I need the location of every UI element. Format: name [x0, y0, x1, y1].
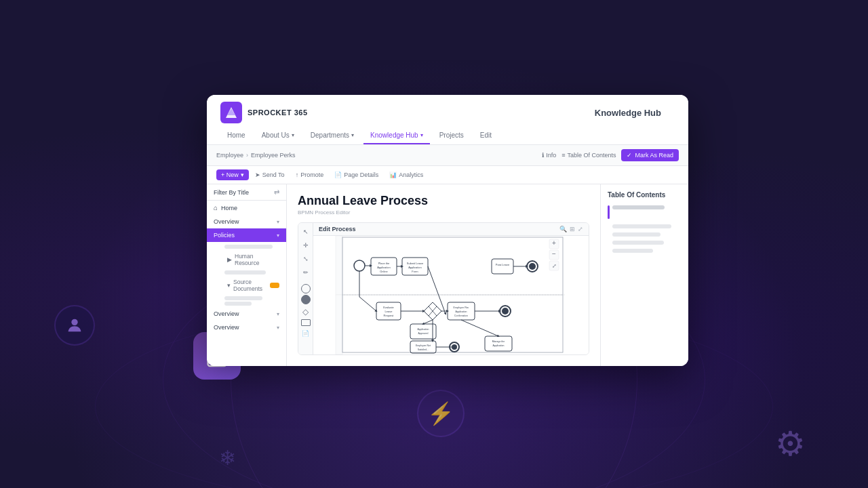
svg-text:Employee Rec: Employee Rec [454, 306, 469, 309]
breadcrumb-sep: › [246, 152, 248, 159]
sidebar-item-source-docs[interactable]: ▾ Source Documents [218, 276, 286, 295]
svg-text:−: − [552, 250, 556, 258]
nav-about[interactable]: About Us ▾ [255, 127, 301, 144]
bpmn-tool-plus-v[interactable]: ✛ [300, 239, 312, 251]
bg-lightning-icon: ⚡ [417, 390, 465, 437]
sidebar-item-hr[interactable]: ▶ Human Resource [218, 250, 286, 269]
sidebar-line-4 [224, 302, 252, 306]
toc-line-5 [612, 249, 653, 253]
toc-line-3 [612, 232, 660, 237]
svg-text:Online: Online [380, 270, 388, 273]
nav-knowledge-hub-chevron: ▾ [420, 132, 423, 138]
home-icon: ⌂ [214, 204, 218, 211]
overview1-chevron: ▾ [277, 219, 279, 225]
page-details-button[interactable]: 📄 Page Details [330, 169, 383, 180]
svg-text:Form: Form [412, 270, 418, 273]
bpmn-tool-doc[interactable]: 📄 [300, 327, 312, 340]
bpmn-search-icon[interactable]: 🔍 [559, 226, 567, 232]
svg-text:Leave: Leave [385, 310, 393, 313]
nav-knowledge-hub[interactable]: Knowledge Hub ▾ [363, 127, 430, 144]
bg-user-icon [54, 305, 95, 346]
svg-text:Application: Application [455, 310, 467, 313]
toc-entry-1 [608, 205, 682, 219]
new-button[interactable]: + New ▾ [216, 169, 249, 180]
sidebar-line-3 [224, 296, 262, 300]
svg-text:Evaluate: Evaluate [383, 306, 394, 309]
toc-entry-1-content [612, 205, 682, 214]
hr-chevron-icon: ▶ [227, 256, 232, 263]
promote-icon: ↑ [296, 171, 299, 178]
toc-accent-bar [608, 205, 610, 219]
bpmn-grid-icon[interactable]: ⊞ [570, 226, 575, 232]
policies-chevron: ▾ [277, 232, 279, 239]
bpmn-toolbar: ↖ ✛ ⤡ ✏ ◇ 📄 [298, 223, 313, 354]
sidebar: Filter By Title ⇄ ⌂ Home Overview ▾ [207, 184, 287, 366]
send-to-button[interactable]: ➤ Send To [250, 169, 290, 180]
page-subtitle: BPMN Process Editor [298, 209, 589, 216]
sidebar-item-policies[interactable]: Policies ▾ [207, 228, 286, 242]
toc-title: Table Of Contents [608, 191, 682, 199]
toc-line-4 [612, 241, 664, 245]
svg-text:Request: Request [384, 314, 395, 317]
sidebar-item-overview2[interactable]: Overview ▾ [207, 307, 286, 321]
nav-projects[interactable]: Projects [433, 127, 471, 144]
svg-rect-5 [336, 236, 566, 354]
toc-line-1 [612, 205, 665, 209]
bpmn-expand-icon[interactable]: ⤢ [578, 226, 583, 232]
filter-label: Filter By Title [214, 189, 249, 196]
toc-action[interactable]: ≡ Table Of Contents [561, 152, 616, 159]
bpmn-diagram: Place the Application Online Submit Leav… [313, 236, 589, 354]
nav-home[interactable]: Home [220, 127, 252, 144]
analytics-button[interactable]: 📊 Analytics [384, 169, 428, 180]
info-action[interactable]: ℹ Info [542, 152, 556, 159]
sidebar-sub-policies: ▶ Human Resource ▾ Source Documents [207, 245, 286, 306]
breadcrumb: Employee › Employee Perks [216, 152, 296, 159]
promote-button[interactable]: ↑ Promote [291, 169, 329, 180]
bpmn-tool-circle-filled[interactable] [301, 295, 311, 304]
svg-rect-7 [336, 236, 342, 295]
svg-text:Application: Application [492, 344, 504, 347]
bpmn-container: ↖ ✛ ⤡ ✏ ◇ 📄 Edit Process 🔍 [298, 222, 589, 355]
filter-icon[interactable]: ⇄ [274, 188, 279, 196]
bpmn-tool-rect[interactable] [301, 319, 311, 326]
bpmn-header: Edit Process 🔍 ⊞ ⤢ [313, 223, 589, 236]
bpmn-tool-diamond[interactable]: ◇ [300, 306, 312, 318]
svg-text:Para Leave: Para Leave [496, 263, 510, 266]
bpmn-canvas-wrapper: Edit Process 🔍 ⊞ ⤢ [313, 223, 589, 354]
logo-icon [220, 102, 242, 123]
logo-area: SPROCKET 365 [220, 102, 308, 123]
svg-text:Application: Application [377, 266, 391, 269]
svg-text:+: + [552, 239, 556, 247]
nav-about-chevron: ▾ [292, 132, 294, 138]
svg-text:Submit Leave: Submit Leave [407, 262, 424, 265]
sidebar-item-home[interactable]: ⌂ Home [207, 201, 286, 215]
sidebar-item-overview1[interactable]: Overview ▾ [207, 215, 286, 228]
nav-departments-chevron: ▾ [351, 132, 354, 138]
nav-departments[interactable]: Departments ▾ [304, 127, 361, 144]
svg-text:Place the: Place the [378, 262, 390, 265]
sidebar-line-2 [224, 270, 266, 274]
main-content: Annual Leave Process BPMN Process Editor… [287, 184, 600, 366]
sidebar-item-overview3[interactable]: Overview ▾ [207, 321, 286, 334]
mark-as-read-button[interactable]: ✓ Mark As Read [621, 149, 679, 161]
bpmn-tool-circle-outline[interactable] [301, 284, 311, 293]
svg-text:Approved: Approved [418, 332, 429, 335]
bpmn-tool-arrows[interactable]: ⤡ [300, 253, 312, 265]
breadcrumb-employee-perks[interactable]: Employee Perks [251, 152, 296, 159]
info-icon: ℹ [542, 152, 544, 159]
app-title: Knowledge Hub [595, 108, 675, 118]
bpmn-header-title: Edit Process [319, 226, 356, 232]
bg-snowflake-icon: ❄ [210, 441, 244, 474]
breadcrumb-employee[interactable]: Employee [216, 152, 243, 159]
bpmn-canvas[interactable]: Place the Application Online Submit Leav… [313, 236, 589, 354]
sidebar-home-left: ⌂ Home [214, 204, 237, 211]
details-icon: 📄 [334, 171, 342, 178]
svg-text:Application: Application [417, 328, 429, 331]
nav-bar: Home About Us ▾ Departments ▾ Knowledge … [220, 127, 675, 144]
bpmn-tool-pen[interactable]: ✏ [300, 266, 312, 279]
app-window: SPROCKET 365 Knowledge Hub Home About Us… [207, 95, 688, 366]
svg-text:Manage the: Manage the [492, 340, 505, 343]
bpmn-tool-cursor[interactable]: ↖ [300, 226, 312, 238]
new-chevron-icon: ▾ [241, 171, 244, 178]
nav-edit[interactable]: Edit [473, 127, 498, 144]
